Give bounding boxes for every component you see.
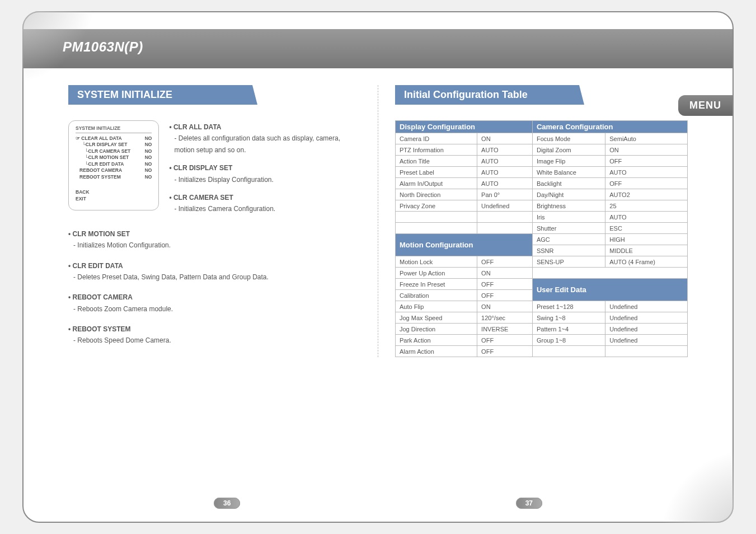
- desc-title: • CLR DISPLAY SET: [169, 162, 361, 174]
- cell: ON: [477, 133, 533, 144]
- cell: North Direction: [396, 189, 477, 200]
- lower-descriptions: • CLR MOTION SET - Initializes Motion Co…: [68, 215, 361, 346]
- cell: Auto Flip: [396, 301, 477, 312]
- cell: INVERSE: [477, 324, 533, 335]
- cell: Undefined: [605, 335, 688, 346]
- cell: MIDDLE: [605, 245, 688, 256]
- cell: Image Flip: [532, 156, 605, 167]
- right-section-title: Initial Configuration Table: [395, 85, 574, 105]
- cell: OFF: [477, 290, 533, 301]
- page-border: PM1063N(P) MENU SYSTEM INITIALIZE SYSTEM…: [22, 11, 734, 523]
- top-descriptions: • CLR ALL DATA - Deletes all configurati…: [169, 120, 361, 215]
- cell: AUTO: [605, 212, 688, 223]
- cell: SSNR: [532, 245, 605, 256]
- menu-row: └CLR DISPLAY SETNO: [76, 142, 152, 148]
- cell: HIGH: [605, 234, 688, 245]
- cell: Undefined: [605, 301, 688, 312]
- menu-exit: EXIT: [76, 196, 152, 202]
- cell: Freeze In Preset: [396, 279, 477, 290]
- cell: Shutter: [532, 223, 605, 234]
- cell: Alarm Action: [396, 346, 477, 357]
- cell: OFF: [477, 346, 533, 357]
- cell: ESC: [605, 223, 688, 234]
- content: SYSTEM INITIALIZE SYSTEM INITIALIZE ☞ CL…: [24, 85, 732, 357]
- hdr-user: User Edit Data: [532, 279, 687, 301]
- cell: Jog Max Speed: [396, 312, 477, 324]
- cell: AUTO2: [605, 189, 688, 200]
- cell: 25: [605, 200, 688, 212]
- cell: Pan 0°: [477, 189, 533, 200]
- hdr-motion: Motion Configuration: [396, 234, 533, 256]
- menu-box-title: SYSTEM INITIALIZE: [76, 125, 152, 133]
- cell: 120°/sec: [477, 312, 533, 324]
- cell: Jog Direction: [396, 324, 477, 335]
- right-column: Initial Configuration Table Display Conf…: [378, 85, 699, 357]
- cell: Backlight: [532, 178, 605, 189]
- desc-text: - Initializes Motion Configuration.: [68, 240, 361, 251]
- desc-title: • CLR ALL DATA: [169, 121, 361, 133]
- cell: AGC: [532, 234, 605, 245]
- menu-row: REBOOT SYSTEMNO: [76, 174, 152, 180]
- cell: Calibration: [396, 290, 477, 301]
- cell: Undefined: [605, 324, 688, 335]
- desc-title: • CLR MOTION SET: [68, 228, 361, 240]
- desc-text: - Reboots Zoom Camera module.: [68, 303, 361, 315]
- cell: Power Up Action: [396, 268, 477, 279]
- system-initialize-menu: SYSTEM INITIALIZE ☞ CLEAR ALL DATANO └CL…: [68, 120, 159, 210]
- desc-text: - Deletes all configuration data such as…: [169, 133, 361, 156]
- cell: Preset Label: [396, 167, 477, 178]
- cell: OFF: [477, 335, 533, 346]
- cell: SENS-UP: [532, 256, 605, 268]
- menu-row: └CLR EDIT DATANO: [76, 161, 152, 167]
- cell: ON: [477, 268, 533, 279]
- cell: Undefined: [477, 200, 533, 212]
- page-number-left: 36: [214, 499, 240, 507]
- cell: Iris: [532, 212, 605, 223]
- page-number-right: 37: [516, 499, 542, 507]
- desc-title: • REBOOT CAMERA: [68, 292, 361, 303]
- left-section-title: SYSTEM INITIALIZE: [68, 85, 247, 105]
- cell: PTZ Information: [396, 144, 477, 156]
- desc-text: - Initializes Display Configuration.: [169, 174, 361, 185]
- menu-row: └CLR MOTION SETNO: [76, 154, 152, 161]
- hdr-camera: Camera Configuration: [532, 121, 687, 133]
- desc-text: - Deletes Preset Data, Swing Data, Patte…: [68, 271, 361, 283]
- desc-text: - Initializes Camera Configuration.: [169, 203, 361, 214]
- cell: OFF: [477, 279, 533, 290]
- cell: Digital Zoom: [532, 144, 605, 156]
- desc-text: - Reboots Speed Dome Camera.: [68, 335, 361, 346]
- cell: OFF: [477, 256, 533, 268]
- cell: Focus Mode: [532, 133, 605, 144]
- cell: Group 1~8: [532, 335, 605, 346]
- desc-title: • REBOOT SYSTEM: [68, 324, 361, 335]
- cell: Alarm In/Output: [396, 178, 477, 189]
- left-column: SYSTEM INITIALIZE SYSTEM INITIALIZE ☞ CL…: [57, 85, 378, 357]
- cell: Privacy Zone: [396, 200, 477, 212]
- cell: OFF: [605, 178, 688, 189]
- cell: Camera ID: [396, 133, 477, 144]
- cell: Action Title: [396, 156, 477, 167]
- cell: Park Action: [396, 335, 477, 346]
- cell: Brightness: [532, 200, 605, 212]
- cell: Preset 1~128: [532, 301, 605, 312]
- header-bar: PM1063N(P): [24, 29, 732, 68]
- hdr-display: Display Configuration: [396, 121, 533, 133]
- cell: ON: [477, 301, 533, 312]
- corner-br: [644, 433, 734, 523]
- menu-row: ☞ CLEAR ALL DATANO: [76, 135, 152, 142]
- cell: AUTO (4 Frame): [605, 256, 688, 268]
- config-table: Display Configuration Camera Configurati…: [395, 120, 688, 357]
- cell: White Balance: [532, 167, 605, 178]
- cell: Pattern 1~4: [532, 324, 605, 335]
- cell: Day/Night: [532, 189, 605, 200]
- menu-back: BACK: [76, 189, 152, 195]
- cell: AUTO: [477, 167, 533, 178]
- cell: AUTO: [477, 144, 533, 156]
- cell: Undefined: [605, 312, 688, 324]
- menu-row: └CLR CAMERA SETNO: [76, 148, 152, 154]
- cell: SemiAuto: [605, 133, 688, 144]
- desc-title: • CLR EDIT DATA: [68, 260, 361, 271]
- cell: ON: [605, 144, 688, 156]
- cell: AUTO: [477, 178, 533, 189]
- desc-title: • CLR CAMERA SET: [169, 192, 361, 203]
